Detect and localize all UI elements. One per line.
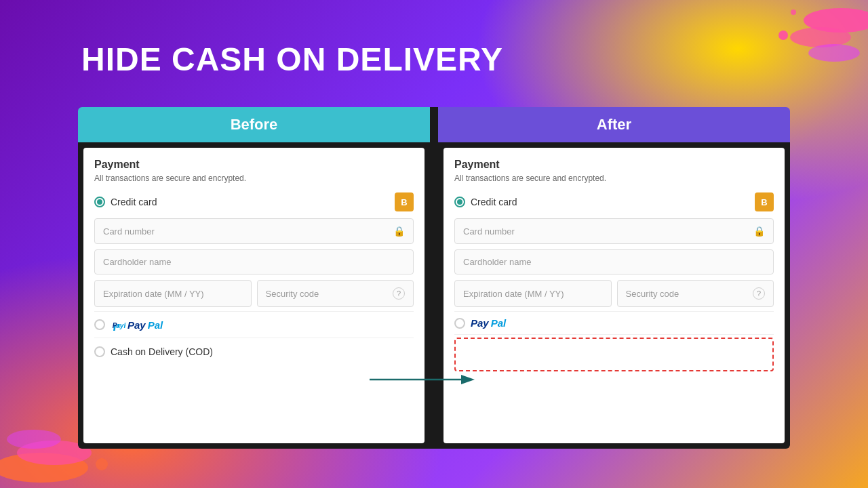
before-form-fields: Card number 🔒 Cardholder name Expiration…: [94, 218, 414, 307]
before-paypal-row[interactable]: P ayPal PayPal: [94, 311, 414, 338]
before-security-question-icon: ?: [393, 287, 405, 300]
before-cod-row[interactable]: Cash on Delivery (COD): [94, 342, 414, 357]
after-paypal-row[interactable]: PayPal: [454, 311, 774, 335]
deco-top-right: [732, 0, 868, 88]
before-paypal-text: Pay: [127, 319, 146, 331]
before-cod-radio[interactable]: [94, 346, 105, 357]
before-card-number-field[interactable]: Card number 🔒: [94, 218, 414, 244]
after-panel: After Payment All transactions are secur…: [438, 107, 790, 449]
after-hidden-cod-box: [454, 338, 774, 371]
after-panel-body: Payment All transactions are secure and …: [438, 142, 790, 449]
after-payment-title: Payment: [454, 159, 774, 171]
before-expiry-security-row: Expiration date (MM / YY) Security code …: [94, 280, 414, 307]
svg-point-3: [778, 30, 788, 40]
after-security-question-icon: ?: [753, 287, 765, 300]
before-cardholder-placeholder: Cardholder name: [103, 257, 171, 267]
svg-marker-12: [461, 375, 475, 384]
after-form-fields: Card number 🔒 Cardholder name Expiration…: [454, 218, 774, 307]
svg-point-2: [808, 44, 860, 62]
svg-text:ayPal: ayPal: [116, 322, 125, 329]
after-expiry-placeholder: Expiration date (MM / YY): [463, 289, 564, 299]
before-card-number-placeholder: Card number: [103, 226, 155, 237]
after-header: After: [438, 107, 790, 142]
before-lock-icon: 🔒: [393, 226, 405, 237]
before-expiry-placeholder: Expiration date (MM / YY): [103, 289, 204, 299]
after-card-number-placeholder: Card number: [463, 226, 515, 237]
before-paypal-text2: Pal: [148, 319, 163, 331]
before-panel: Before Payment All transactions are secu…: [78, 107, 430, 449]
after-credit-card-label: Credit card: [471, 197, 517, 207]
svg-point-4: [791, 9, 796, 15]
after-cardholder-field[interactable]: Cardholder name: [454, 249, 774, 274]
svg-point-8: [96, 458, 108, 470]
before-credit-card-radio[interactable]: [94, 197, 105, 207]
before-paypal-icon: P ayPal: [111, 317, 125, 332]
svg-point-7: [7, 430, 61, 449]
after-payment-card: Payment All transactions are secure and …: [443, 148, 785, 443]
before-expiry-field[interactable]: Expiration date (MM / YY): [94, 280, 252, 307]
after-radio-inner: [457, 199, 462, 205]
after-credit-card-left: Credit card: [454, 197, 517, 207]
svg-point-5: [0, 453, 88, 483]
before-cod-label: Cash on Delivery (COD): [111, 346, 213, 357]
after-paypal-text: Pay: [471, 317, 489, 329]
before-credit-card-label: Credit card: [111, 197, 157, 207]
before-payment-subtitle: All transactions are secure and encrypte…: [94, 174, 414, 183]
before-credit-card-option[interactable]: Credit card B: [94, 192, 414, 211]
before-payment-card: Payment All transactions are secure and …: [83, 148, 425, 443]
after-expiry-security-row: Expiration date (MM / YY) Security code …: [454, 280, 774, 307]
before-panel-body: Payment All transactions are secure and …: [78, 142, 430, 449]
before-cardholder-field[interactable]: Cardholder name: [94, 249, 414, 274]
after-cardholder-placeholder: Cardholder name: [463, 257, 531, 267]
before-badge: B: [395, 192, 414, 211]
after-paypal-text2: Pal: [491, 317, 507, 329]
before-security-placeholder: Security code: [266, 289, 319, 299]
arrow-overlay: [370, 369, 478, 390]
comparison-container: Before Payment All transactions are secu…: [78, 107, 790, 449]
after-badge: B: [755, 192, 774, 211]
after-card-number-field[interactable]: Card number 🔒: [454, 218, 774, 244]
svg-point-0: [804, 8, 868, 33]
after-expiry-field[interactable]: Expiration date (MM / YY): [454, 280, 612, 307]
before-header: Before: [78, 107, 430, 142]
after-payment-subtitle: All transactions are secure and encrypte…: [454, 174, 774, 183]
after-paypal-radio[interactable]: [454, 318, 465, 329]
after-paypal-logo: PayPal: [471, 317, 506, 329]
before-radio-inner: [97, 199, 102, 205]
page-title: HIDE CASH ON DELIVERY: [81, 41, 503, 78]
svg-point-1: [790, 27, 851, 47]
panel-divider: [430, 107, 438, 449]
after-lock-icon: 🔒: [753, 226, 765, 237]
after-security-placeholder: Security code: [626, 289, 679, 299]
before-paypal-radio[interactable]: [94, 319, 105, 330]
after-credit-card-radio[interactable]: [454, 197, 465, 207]
before-credit-card-left: Credit card: [94, 197, 157, 207]
before-paypal-logo: P ayPal PayPal: [111, 317, 163, 332]
after-security-field[interactable]: Security code ?: [617, 280, 774, 307]
before-payment-title: Payment: [94, 159, 414, 171]
after-credit-card-option[interactable]: Credit card B: [454, 192, 774, 211]
before-security-field[interactable]: Security code ?: [257, 280, 414, 307]
